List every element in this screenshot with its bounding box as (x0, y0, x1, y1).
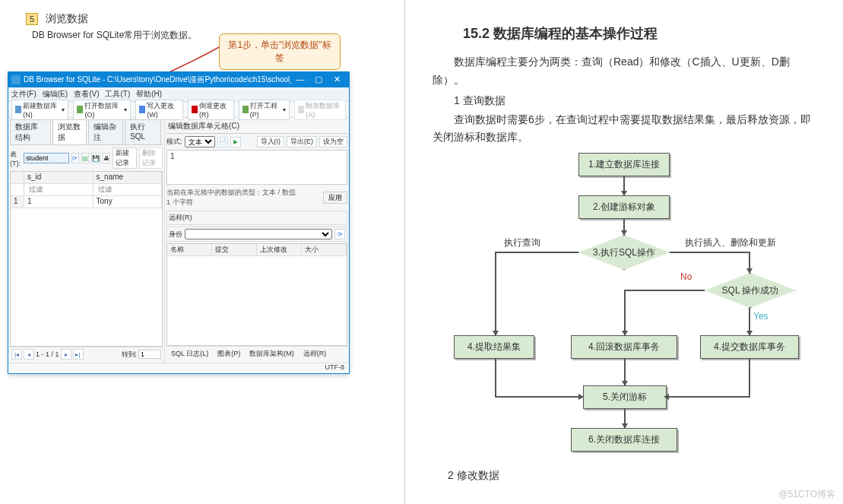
import-button[interactable]: 导入(I) (257, 136, 285, 147)
menu-view[interactable]: 查看(V) (74, 89, 99, 100)
set-null-button[interactable]: 设为空 (319, 136, 347, 147)
section-heading: 15.2 数据库编程的基本操作过程 (463, 24, 816, 43)
main-toolbar: 新建数据库(N)▾ 打开数据库(O)▾ 写入更改(W) 倒退更改(R) 打开工程… (8, 101, 349, 118)
cell-sid[interactable]: 1 (24, 196, 93, 208)
menu-edit[interactable]: 编辑(E) (43, 89, 68, 100)
tab-schema[interactable]: 数据库架构(M) (246, 348, 297, 360)
left-pane: 数据库结构 浏览数据 编辑杂注 执行 SQL 表(T): ⟳ ▤ 💾 🖶 新建记… (8, 118, 165, 363)
prev-page-button[interactable]: ◂ (24, 349, 34, 360)
menu-file[interactable]: 文件(F) (11, 89, 36, 100)
pager-status: 1 - 1 / 1 (36, 350, 59, 358)
mode-select[interactable]: 文本 (185, 136, 215, 147)
bottom-tabs: SQL 日志(L) 图表(P) 数据库架构(M) 远程(R) (166, 346, 347, 361)
filter-button[interactable]: ▤ (81, 153, 89, 163)
subsection-2: 2 修改数据 (448, 469, 816, 483)
flow-node-6: 6.关闭数据库连接 (571, 428, 677, 452)
cell-editor[interactable]: 1 (166, 150, 347, 185)
mode-row: 模式: 文本 📄 ▶ 导入(I) 导出(E) 设为空 (166, 136, 347, 147)
project-icon (242, 106, 249, 113)
mode-extra-button[interactable]: 📄 (217, 137, 228, 147)
tab-browse[interactable]: 浏览数据 (52, 119, 87, 144)
right-page: 15.2 数据库编程的基本操作过程 数据库编程主要分为两类：查询（Read）和修… (405, 0, 843, 504)
new-record-button[interactable]: 新建记录 (113, 147, 137, 169)
filter-sid[interactable] (27, 185, 90, 193)
attach-icon (298, 106, 304, 113)
data-table: s_id s_name 1 1 Tony (10, 171, 163, 347)
remote-panel-header: 远程(R) (166, 211, 347, 225)
list-header-commit[interactable]: 提交 (212, 244, 257, 256)
open-db-button[interactable]: 打开数据库(O)▾ (73, 100, 131, 120)
list-header-size[interactable]: 大小 (302, 244, 347, 256)
flow-node-5: 5.关闭游标 (583, 385, 667, 409)
intro-paragraph: 数据库编程主要分为两类：查询（Read）和修改（C插入、U更新、D删除）。 (433, 53, 816, 90)
save-icon (139, 106, 145, 113)
header-sname[interactable]: s_name (93, 172, 163, 184)
table-select[interactable] (24, 153, 69, 163)
write-changes-button[interactable]: 写入更改(W) (135, 100, 183, 120)
right-pane: 编辑数据库单元格(C) 模式: 文本 📄 ▶ 导入(I) 导出(E) 设为空 1… (165, 118, 349, 363)
edit-cell-panel-title: 编辑数据库单元格(C) (166, 119, 347, 134)
tab-chart[interactable]: 图表(P) (214, 348, 243, 360)
header-rownum[interactable] (11, 172, 24, 184)
tab-sql-log[interactable]: SQL 日志(L) (168, 348, 211, 360)
window-buttons: — ▢ ✕ (291, 74, 346, 86)
list-header-modified[interactable]: 上次修改 (257, 244, 302, 256)
list-header-name[interactable]: 名称 (167, 244, 212, 256)
new-db-button[interactable]: 新建数据库(N)▾ (11, 100, 68, 120)
left-page: 5 浏览数据 DB Browser for SQLite常用于浏览数据。 第1步… (0, 0, 405, 504)
flow-node-1: 1.建立数据库连接 (578, 153, 670, 176)
subsection-1: 1 查询数据 (454, 94, 816, 108)
step-title: 浏览数据 (46, 12, 88, 24)
save-view-button[interactable]: 💾 (91, 153, 100, 163)
flowchart: 1.建立数据库连接 2.创建游标对象 3.执行SQL操作 SQL 操作成功 4.… (449, 153, 799, 464)
export-button[interactable]: 导出(E) (287, 136, 317, 147)
edge-label-query: 执行查询 (504, 236, 540, 249)
table-row[interactable]: 1 1 Tony (11, 196, 162, 208)
identity-select[interactable] (185, 229, 332, 239)
tab-structure[interactable]: 数据库结构 (10, 119, 51, 144)
tab-remote[interactable]: 远程(R) (300, 348, 330, 360)
identity-label: 身份 (169, 230, 182, 239)
maximize-button[interactable]: ▢ (309, 74, 328, 86)
edge-label-modify: 执行插入、删除和更新 (685, 236, 776, 249)
row-index: 1 (11, 196, 24, 208)
first-page-button[interactable]: |◂ (11, 349, 22, 360)
folder-open-icon (77, 106, 83, 113)
menu-tools[interactable]: 工具(T) (105, 89, 130, 100)
query-paragraph: 查询数据时需要6步，在查询过程中需要提取数据结果集，最后释放资源，即关闭游标和数… (433, 111, 816, 147)
open-project-button[interactable]: 打开工程(P)▾ (239, 100, 290, 120)
header-sid[interactable]: s_id (24, 172, 93, 184)
last-page-button[interactable]: ▸| (73, 349, 84, 360)
encoding-status: UTF-8 (325, 363, 345, 371)
identity-row: 身份 ⟳ (166, 227, 347, 242)
flow-decision-sql-success: SQL 操作成功 (705, 273, 796, 308)
db-browser-window: DB Browser for SQLite - C:\Users\tony\On… (8, 71, 350, 374)
filter-sname[interactable] (97, 185, 159, 193)
tab-sql[interactable]: 执行 SQL (125, 119, 161, 144)
goto-label: 转到: (122, 350, 138, 360)
tab-pragma[interactable]: 编辑杂注 (88, 119, 123, 144)
table-controls: 表(T): ⟳ ▤ 💾 🖶 新建记录 删除记录 (10, 147, 163, 169)
mode-run-button[interactable]: ▶ (230, 137, 241, 147)
undo-icon (192, 106, 198, 113)
table-select-label: 表(T): (10, 150, 21, 167)
delete-record-button[interactable]: 删除记录 (139, 147, 163, 169)
minimize-button[interactable]: — (291, 74, 309, 86)
app-icon (11, 75, 21, 84)
revert-changes-button[interactable]: 倒退更改(R) (188, 100, 234, 120)
next-page-button[interactable]: ▸ (61, 349, 71, 360)
menu-help[interactable]: 帮助(H) (136, 89, 162, 100)
identity-refresh-button[interactable]: ⟳ (334, 229, 345, 239)
edge-label-yes: Yes (753, 311, 769, 322)
apply-button[interactable]: 应用 (323, 192, 347, 204)
print-button[interactable]: 🖶 (103, 153, 110, 163)
watermark: @51CTO博客 (778, 488, 835, 501)
close-button[interactable]: ✕ (328, 74, 346, 86)
remote-label: 远程(R) (169, 213, 192, 223)
attach-db-button[interactable]: 附加数据库(A) (294, 100, 346, 120)
main-tabs: 数据库结构 浏览数据 编辑杂注 执行 SQL (10, 119, 163, 145)
cell-sname[interactable]: Tony (93, 196, 163, 208)
step-heading: 5 浏览数据 (26, 12, 394, 26)
refresh-button[interactable]: ⟳ (71, 153, 79, 163)
goto-input[interactable] (138, 350, 161, 359)
